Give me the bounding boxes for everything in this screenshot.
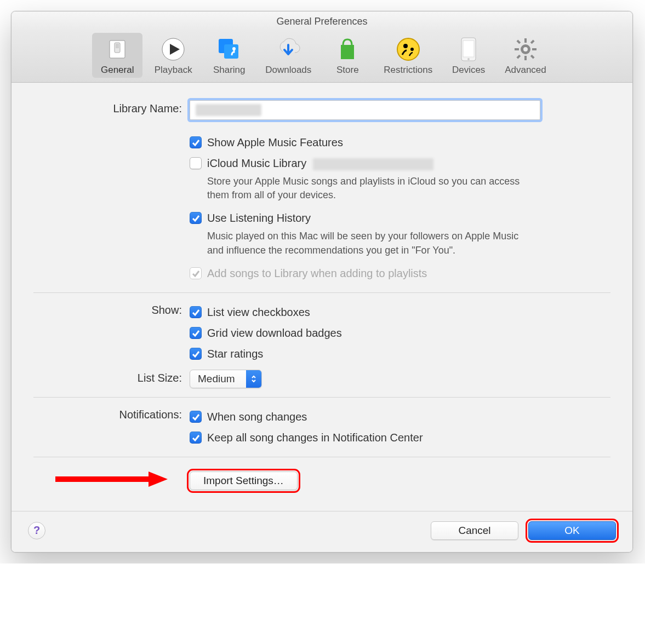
cancel-button[interactable]: Cancel bbox=[431, 521, 518, 540]
svg-point-13 bbox=[467, 58, 470, 60]
grid-badges-checkbox[interactable] bbox=[190, 327, 202, 339]
download-icon bbox=[275, 36, 301, 62]
keep-in-center-checkbox[interactable] bbox=[190, 432, 202, 444]
icloud-library-description: Store your Apple Music songs and playlis… bbox=[190, 174, 529, 208]
tab-advanced[interactable]: Advanced bbox=[499, 33, 552, 78]
svg-rect-17 bbox=[515, 48, 519, 50]
svg-rect-20 bbox=[530, 39, 535, 44]
ok-button[interactable]: OK bbox=[528, 521, 616, 540]
separator bbox=[33, 397, 610, 398]
library-name-label: Library Name: bbox=[33, 100, 190, 120]
tab-label: Playback bbox=[155, 65, 192, 76]
list-size-value: Medium bbox=[190, 373, 246, 385]
library-name-input[interactable] bbox=[190, 100, 540, 120]
separator bbox=[33, 457, 610, 457]
svg-rect-21 bbox=[516, 55, 521, 59]
list-view-checkboxes-checkbox[interactable] bbox=[190, 306, 202, 318]
show-label: Show: bbox=[33, 302, 190, 364]
tab-store[interactable]: Store bbox=[322, 33, 373, 78]
tab-label: Restrictions bbox=[384, 65, 432, 76]
sharing-icon bbox=[216, 36, 242, 62]
song-changes-label: When song changes bbox=[207, 410, 307, 424]
import-settings-button[interactable]: Import Settings… bbox=[190, 472, 298, 490]
notifications-label: Notifications: bbox=[33, 406, 190, 448]
preferences-window: General Preferences General Playback Sha… bbox=[11, 11, 633, 553]
gear-icon bbox=[512, 36, 539, 62]
svg-rect-19 bbox=[516, 39, 521, 44]
svg-rect-6 bbox=[224, 44, 238, 59]
tab-restrictions[interactable]: Restrictions bbox=[378, 33, 438, 78]
svg-point-8 bbox=[397, 38, 419, 60]
tab-sharing[interactable]: Sharing bbox=[204, 33, 254, 78]
list-view-checkboxes-label: List view checkboxes bbox=[207, 305, 310, 319]
tab-label: General bbox=[101, 65, 134, 76]
svg-rect-2 bbox=[116, 44, 119, 48]
separator bbox=[33, 292, 610, 293]
dialog-footer: ? Cancel OK bbox=[12, 511, 632, 552]
tab-devices[interactable]: Devices bbox=[443, 33, 494, 78]
play-icon bbox=[160, 36, 186, 62]
general-pane: Library Name: Show Apple Music Features … bbox=[12, 83, 632, 511]
svg-marker-25 bbox=[149, 472, 168, 487]
add-songs-checkbox bbox=[190, 267, 202, 279]
grid-badges-label: Grid view download badges bbox=[207, 326, 342, 340]
show-apple-music-label: Show Apple Music Features bbox=[207, 135, 343, 150]
tab-label: Devices bbox=[452, 65, 485, 76]
svg-rect-12 bbox=[463, 41, 474, 57]
star-ratings-label: Star ratings bbox=[207, 347, 263, 361]
redacted-text bbox=[196, 104, 261, 116]
listening-history-checkbox[interactable] bbox=[190, 212, 202, 224]
tab-general[interactable]: General bbox=[92, 33, 142, 78]
store-icon bbox=[334, 36, 361, 62]
svg-point-9 bbox=[403, 44, 408, 48]
svg-point-10 bbox=[410, 48, 414, 51]
list-size-label: List Size: bbox=[33, 370, 190, 388]
add-songs-label: Add songs to Library when adding to play… bbox=[207, 266, 427, 280]
help-button[interactable]: ? bbox=[28, 522, 45, 539]
restrictions-icon bbox=[395, 36, 421, 62]
listening-history-description: Music played on this Mac will be seen by… bbox=[190, 228, 529, 262]
chevron-up-down-icon bbox=[246, 370, 261, 388]
tab-playback[interactable]: Playback bbox=[148, 33, 198, 78]
preferences-toolbar: General Playback Sharing Downloads bbox=[12, 31, 632, 83]
listening-history-label: Use Listening History bbox=[207, 211, 311, 225]
song-changes-checkbox[interactable] bbox=[190, 411, 202, 423]
svg-rect-22 bbox=[530, 55, 535, 59]
device-icon bbox=[455, 36, 482, 62]
tab-label: Sharing bbox=[213, 65, 246, 76]
icloud-library-label: iCloud Music Library bbox=[207, 156, 433, 170]
show-apple-music-checkbox[interactable] bbox=[190, 136, 202, 148]
tab-downloads[interactable]: Downloads bbox=[260, 33, 317, 78]
annotation-arrow-icon bbox=[55, 468, 170, 490]
star-ratings-checkbox[interactable] bbox=[190, 348, 202, 360]
svg-rect-16 bbox=[524, 56, 527, 60]
tab-label: Downloads bbox=[265, 65, 311, 76]
svg-point-23 bbox=[523, 47, 528, 51]
tab-label: Store bbox=[336, 65, 359, 76]
icloud-library-checkbox[interactable] bbox=[190, 157, 202, 169]
keep-in-center-label: Keep all song changes in Notification Ce… bbox=[207, 430, 423, 445]
svg-rect-18 bbox=[532, 48, 536, 50]
window-title: General Preferences bbox=[12, 12, 632, 31]
general-icon bbox=[104, 36, 130, 62]
list-size-select[interactable]: Medium bbox=[190, 370, 262, 388]
svg-rect-15 bbox=[524, 38, 527, 43]
tab-label: Advanced bbox=[505, 65, 546, 76]
redacted-text bbox=[313, 158, 433, 170]
svg-point-7 bbox=[232, 47, 236, 50]
